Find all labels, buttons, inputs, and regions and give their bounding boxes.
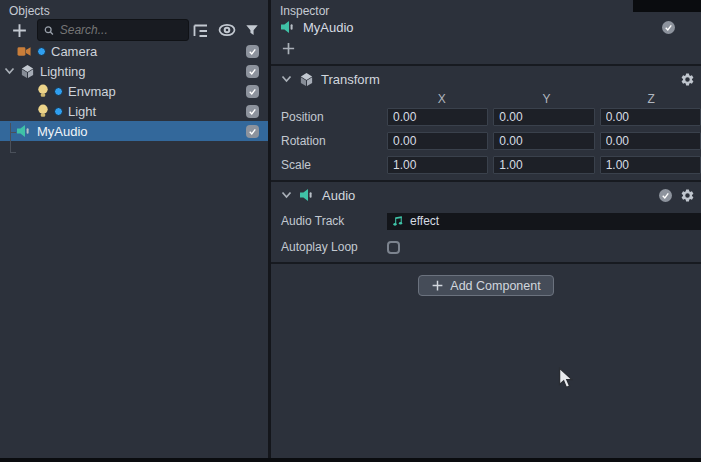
object-dot-icon — [54, 87, 63, 96]
autoplay-loop-checkbox[interactable] — [387, 241, 400, 254]
filter-icon[interactable] — [245, 23, 259, 37]
object-dot-icon — [54, 107, 63, 116]
editor-window: Objects — [0, 0, 701, 462]
inspector-node-header: MyAudio — [271, 18, 701, 36]
add-button[interactable] — [281, 41, 296, 56]
chevron-down-icon[interactable] — [281, 75, 292, 83]
position-row: Position — [271, 108, 701, 126]
section-divider — [271, 262, 701, 264]
rotation-y-field[interactable] — [493, 132, 594, 150]
scale-y-field[interactable] — [493, 156, 594, 174]
section-title: Transform — [321, 72, 380, 87]
audio-track-field[interactable]: effect — [387, 213, 701, 230]
plus-icon — [11, 22, 28, 39]
tree-item-label: MyAudio — [37, 124, 88, 139]
plus-icon — [431, 279, 444, 292]
add-component-button[interactable]: Add Component — [418, 275, 553, 296]
add-object-button[interactable] — [8, 19, 30, 41]
visibility-eye-icon[interactable] — [218, 23, 236, 37]
tree-item-label: Light — [68, 104, 96, 119]
window-bottom-strip — [0, 458, 701, 462]
rotation-z-field[interactable] — [600, 132, 701, 150]
audio-track-row: Audio Track effect — [271, 212, 701, 230]
gear-icon[interactable] — [680, 188, 695, 203]
rotation-row: Rotation — [271, 132, 701, 150]
inspector-panel: Inspector MyAudio Transform — [271, 0, 701, 458]
position-x-field[interactable] — [387, 108, 488, 126]
audio-section: Audio Audio Track effect Autoplay Loop — [271, 182, 701, 256]
position-y-field[interactable] — [493, 108, 594, 126]
speaker-icon — [299, 188, 315, 202]
node-icon — [299, 72, 314, 87]
search-input[interactable] — [60, 23, 182, 37]
tree-item-checkbox[interactable] — [246, 45, 259, 58]
scene-tree: Camera Lighting Envmap Light — [0, 41, 268, 141]
window-top-strip — [633, 0, 701, 12]
search-icon — [44, 25, 54, 36]
audio-enabled-checkbox[interactable] — [659, 189, 672, 202]
tree-item-checkbox[interactable] — [246, 85, 259, 98]
position-z-field[interactable] — [600, 108, 701, 126]
node-icon — [20, 64, 35, 79]
section-title: Audio — [322, 188, 355, 203]
chevron-down-icon[interactable] — [4, 67, 15, 75]
tree-item-light[interactable]: Light — [0, 101, 268, 121]
tree-item-camera[interactable]: Camera — [0, 41, 268, 61]
tree-item-label: Envmap — [68, 84, 116, 99]
transform-section-header[interactable]: Transform — [271, 66, 701, 92]
autoplay-loop-row: Autoplay Loop — [271, 238, 701, 256]
audio-track-value: effect — [410, 214, 439, 228]
axis-x-label: X — [392, 92, 492, 106]
tree-item-myaudio[interactable]: MyAudio — [0, 121, 268, 141]
axis-column-headers: X Y Z — [271, 92, 701, 108]
tree-item-checkbox[interactable] — [246, 65, 259, 78]
node-name: MyAudio — [303, 20, 354, 35]
mouse-cursor — [558, 367, 573, 390]
hierarchy-icon[interactable] — [192, 23, 209, 38]
scale-x-field[interactable] — [387, 156, 488, 174]
audio-track-label: Audio Track — [271, 214, 387, 228]
speaker-icon — [280, 20, 296, 34]
object-dot-icon — [37, 47, 46, 56]
transform-section: Transform X Y Z Position Ro — [271, 66, 701, 174]
gear-icon[interactable] — [680, 72, 695, 87]
axis-y-label: Y — [497, 92, 597, 106]
tree-guide-line — [10, 152, 16, 153]
tree-item-checkbox[interactable] — [246, 105, 259, 118]
add-component-label: Add Component — [450, 279, 540, 293]
objects-panel-title: Objects — [0, 0, 268, 18]
rotation-label: Rotation — [271, 134, 387, 148]
node-enabled-checkbox[interactable] — [662, 21, 675, 34]
objects-toolbar — [0, 18, 268, 42]
scale-label: Scale — [271, 158, 387, 172]
tree-item-label: Lighting — [40, 64, 86, 79]
toolbar-icons — [192, 23, 259, 38]
music-note-icon — [392, 215, 404, 228]
chevron-down-icon[interactable] — [281, 191, 292, 199]
position-label: Position — [271, 110, 387, 124]
tree-item-label: Camera — [51, 44, 97, 59]
audio-section-header[interactable]: Audio — [271, 182, 701, 208]
light-bulb-icon — [37, 104, 49, 118]
rotation-x-field[interactable] — [387, 132, 488, 150]
light-bulb-icon — [37, 84, 49, 98]
tree-item-checkbox[interactable] — [246, 125, 259, 138]
scale-row: Scale — [271, 156, 701, 174]
camera-icon — [17, 45, 32, 58]
plus-icon — [281, 41, 296, 56]
tree-item-lighting[interactable]: Lighting — [0, 61, 268, 81]
tree-guide-line — [10, 132, 16, 133]
search-box[interactable] — [37, 19, 189, 41]
objects-panel: Objects — [0, 0, 268, 458]
tree-item-envmap[interactable]: Envmap — [0, 81, 268, 101]
tree-guide-line — [10, 123, 11, 153]
scale-z-field[interactable] — [600, 156, 701, 174]
autoplay-loop-label: Autoplay Loop — [271, 240, 387, 254]
add-tag-row — [271, 36, 701, 60]
speaker-icon — [16, 124, 32, 138]
axis-z-label: Z — [601, 92, 701, 106]
